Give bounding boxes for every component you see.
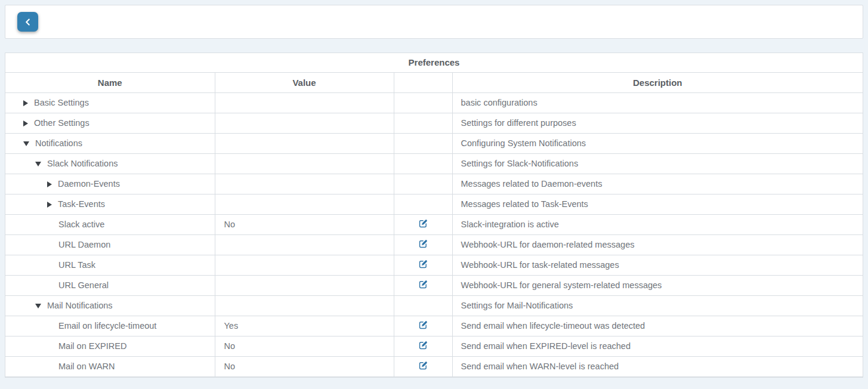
name-cell[interactable]: Daemon-Events	[5, 174, 215, 194]
table-row: Daemon-Events Messages related to Daemon…	[5, 174, 863, 194]
expander-arrow-icon[interactable]	[47, 181, 52, 187]
table-row: URL Daemon Webhook-URL for daemon-relate…	[5, 234, 863, 255]
table-row: Basic Settings basic configurations	[5, 92, 863, 113]
column-header-description: Description	[452, 72, 863, 92]
edit-icon	[418, 323, 428, 332]
description-cell: Messages related to Daemon-events	[452, 174, 863, 194]
toolbar	[5, 5, 863, 39]
edit-icon	[418, 282, 428, 291]
edit-icon	[418, 262, 428, 271]
description-cell: Settings for Mail-Notifications	[452, 295, 863, 316]
name-cell[interactable]: Task-Events	[5, 194, 215, 214]
edit-button[interactable]	[418, 259, 428, 269]
edit-button[interactable]	[418, 239, 428, 249]
chevron-left-icon	[24, 18, 32, 26]
table-header-row: Name Value Description	[5, 72, 863, 92]
value-cell: No	[215, 356, 394, 376]
value-cell: No	[215, 336, 394, 356]
name-cell[interactable]: Mail Notifications	[5, 295, 215, 316]
description-cell: Webhook-URL for general system-related m…	[452, 275, 863, 295]
preferences-table-body: Basic Settings basic configurations Othe…	[5, 92, 863, 376]
value-cell	[215, 92, 394, 113]
table-row: Mail on WARN No Send email when WARN-lev…	[5, 356, 863, 376]
column-header-edit	[394, 72, 452, 92]
value-cell	[215, 295, 394, 316]
edit-button[interactable]	[418, 340, 428, 350]
table-row: Task-Events Messages related to Task-Eve…	[5, 194, 863, 214]
table-title-row: Preferences	[5, 53, 863, 72]
value-cell	[215, 133, 394, 153]
edit-cell	[394, 92, 452, 113]
table-title: Preferences	[5, 53, 863, 72]
edit-cell	[394, 295, 452, 316]
value-cell	[215, 194, 394, 214]
table-row: Email on lifecycle-timeout Yes Send emai…	[5, 316, 863, 336]
row-name: Basic Settings	[34, 98, 89, 108]
row-name: Mail on EXPIRED	[58, 342, 126, 351]
row-name: Other Settings	[34, 119, 89, 128]
description-cell: Send email when EXPIRED-level is reached	[452, 336, 863, 356]
table-row: Slack Notifications Settings for Slack-N…	[5, 153, 863, 174]
table-row: URL General Webhook-URL for general syst…	[5, 275, 863, 295]
row-name: Daemon-Events	[58, 180, 120, 189]
row-name: Mail Notifications	[47, 301, 113, 311]
edit-button[interactable]	[418, 320, 428, 330]
value-cell	[215, 153, 394, 174]
edit-cell	[394, 275, 452, 295]
edit-cell	[394, 174, 452, 194]
name-cell[interactable]: Other Settings	[5, 113, 215, 133]
expander-arrow-icon[interactable]	[35, 304, 41, 308]
name-cell[interactable]: Notifications	[5, 133, 215, 153]
description-cell: Settings for Slack-Notifications	[452, 153, 863, 174]
table-row: URL Task Webhook-URL for task-related me…	[5, 255, 863, 275]
value-cell	[215, 234, 394, 255]
preferences-panel: Preferences Name Value Description Basic…	[5, 53, 863, 378]
row-name: URL General	[58, 281, 109, 291]
description-cell: basic configurations	[452, 92, 863, 113]
value-cell	[215, 275, 394, 295]
edit-icon	[418, 343, 428, 352]
name-cell: URL Daemon	[5, 234, 215, 255]
description-cell: Messages related to Task-Events	[452, 194, 863, 214]
name-cell: Slack active	[5, 214, 215, 234]
row-name: Slack Notifications	[47, 159, 118, 169]
edit-cell	[394, 336, 452, 356]
description-cell: Send email when WARN-level is reached	[452, 356, 863, 376]
edit-cell	[394, 316, 452, 336]
row-name: Mail on WARN	[58, 362, 115, 372]
edit-icon	[418, 363, 428, 372]
table-row: Notifications Configuring System Notific…	[5, 133, 863, 153]
edit-cell	[394, 214, 452, 234]
table-row: Other Settings Settings for different pu…	[5, 113, 863, 133]
description-cell: Configuring System Notifications	[452, 133, 863, 153]
column-header-value: Value	[215, 72, 394, 92]
name-cell[interactable]: Basic Settings	[5, 92, 215, 113]
expander-arrow-icon[interactable]	[35, 162, 41, 166]
name-cell: Mail on EXPIRED	[5, 336, 215, 356]
value-cell	[215, 174, 394, 194]
value-cell: Yes	[215, 316, 394, 336]
expander-arrow-icon[interactable]	[47, 202, 52, 208]
name-cell: URL Task	[5, 255, 215, 275]
name-cell[interactable]: Slack Notifications	[5, 153, 215, 174]
row-name: URL Task	[58, 261, 95, 270]
row-name: Slack active	[58, 220, 104, 230]
description-cell: Webhook-URL for task-related messages	[452, 255, 863, 275]
expander-arrow-icon[interactable]	[23, 121, 28, 126]
expander-arrow-icon[interactable]	[23, 100, 28, 106]
row-name: Notifications	[35, 139, 82, 149]
preferences-table: Preferences Name Value Description Basic…	[5, 53, 863, 377]
edit-button[interactable]	[418, 360, 428, 371]
table-row: Mail Notifications Settings for Mail-Not…	[5, 295, 863, 316]
name-cell: Email on lifecycle-timeout	[5, 316, 215, 336]
description-cell: Settings for different purposes	[452, 113, 863, 133]
edit-button[interactable]	[418, 218, 428, 229]
value-cell	[215, 255, 394, 275]
description-cell: Send email when lifecycle-timeout was de…	[452, 316, 863, 336]
expander-arrow-icon[interactable]	[23, 141, 29, 146]
back-button[interactable]	[17, 12, 38, 32]
edit-button[interactable]	[418, 279, 428, 289]
edit-cell	[394, 234, 452, 255]
name-cell: Mail on WARN	[5, 356, 215, 376]
row-name: URL Daemon	[58, 240, 110, 250]
